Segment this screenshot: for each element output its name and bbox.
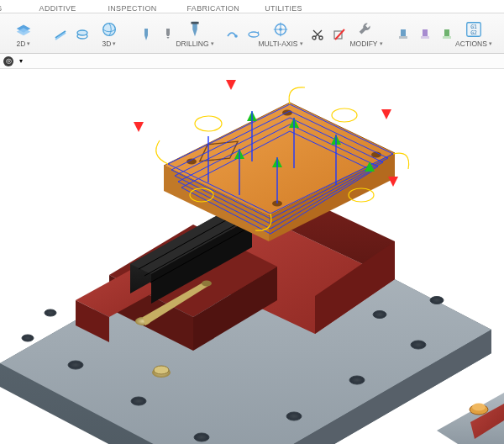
svg-point-43 [430,297,444,304]
tab-additive[interactable]: ADDITIVE [36,4,80,13]
svg-rect-10 [191,22,198,24]
svg-rect-5 [144,29,148,35]
swivel-icon [225,28,239,41]
svg-point-3 [77,30,87,35]
svg-marker-6 [144,35,148,40]
pocket-icon [76,28,89,41]
multiaxis-icon [271,20,290,39]
layers-2d-icon [14,20,33,39]
svg-point-4 [103,24,116,36]
two-d-dropdown[interactable]: 2D [7,16,40,53]
svg-point-50 [154,366,169,374]
svg-rect-21 [421,36,429,39]
drill-1-button[interactable] [136,24,156,45]
tap-icon [161,28,175,41]
actions-dropdown[interactable]: G1G2 ACTIONS [457,16,491,53]
action-1-button[interactable] [393,24,413,45]
svg-rect-23 [443,36,451,39]
svg-rect-7 [166,29,170,34]
svg-point-14 [279,28,282,31]
sphere-icon [100,20,118,39]
svg-point-46 [45,309,56,316]
svg-rect-22 [444,29,449,36]
svg-marker-93 [381,109,391,119]
gcode-icon: G1G2 [465,20,483,39]
drill-2-button[interactable] [158,24,178,45]
action-3-button[interactable] [437,24,457,45]
tab-inspection[interactable]: INSPECTION [105,4,160,13]
svg-rect-20 [423,29,428,36]
ribbon-tabs: …G ADDITIVE INSPECTION FABRICATION UTILI… [0,0,504,13]
drilling-dropdown[interactable]: DRILLING [178,16,212,53]
modify-label: MODIFY [349,40,382,48]
target-chip-button[interactable]: ◎ [3,56,13,66]
svg-point-35 [68,361,83,369]
svg-point-104 [472,404,486,411]
parallel-icon [54,28,67,41]
three-d-dropdown[interactable]: 3D [92,16,126,53]
svg-point-42 [373,311,386,319]
svg-point-61 [202,281,212,287]
svg-point-11 [234,34,238,38]
secondary-toolbar: ◎ ▾ [0,54,504,69]
strategy-2-button[interactable] [72,24,92,45]
multi-axis-dropdown[interactable]: MULTI-AXIS [264,16,297,53]
svg-point-40 [349,376,365,384]
svg-rect-19 [399,36,407,39]
tab-truncated[interactable]: …G [0,4,6,13]
action-2-button[interactable] [415,24,435,45]
drilling-label: DRILLING [176,40,213,48]
delete-slash-icon [333,28,346,41]
tab-utilities[interactable]: UTILITIES [261,4,306,13]
svg-point-41 [411,341,426,349]
mill-b-icon [418,28,432,41]
wrench-icon [357,20,375,39]
actions-label: ACTIONS [455,40,492,48]
drill-icon [139,28,153,41]
mill-c-icon [440,28,454,41]
strategy-1-button[interactable] [50,24,71,45]
modify-dropdown[interactable]: MODIFY [349,16,383,53]
modify-del-button[interactable] [329,24,349,45]
mill-a-icon [396,28,410,41]
svg-marker-92 [226,80,236,90]
drilling-main-icon [186,20,204,39]
manage-1-button[interactable] [501,24,504,45]
svg-point-39 [286,412,302,420]
cam-viewport[interactable] [0,69,504,444]
svg-marker-94 [388,177,398,187]
svg-point-37 [194,433,209,441]
scissors-icon [311,28,324,41]
svg-marker-9 [192,29,197,36]
svg-point-81 [195,116,222,131]
ribbon-toolbar: 2D 3D DRILLING MULTI-AXIS [0,13,504,54]
multiaxis-1-button[interactable] [222,24,242,45]
svg-marker-91 [134,122,144,132]
svg-text:G2: G2 [470,29,477,36]
three-d-label: 3D [102,40,117,48]
svg-point-36 [131,397,146,405]
tab-fabrication[interactable]: FABRICATION [184,4,244,13]
modify-cut-button[interactable] [307,24,328,45]
strip-dropdown[interactable]: ▾ [17,56,25,66]
secondary-fixture [437,393,504,444]
two-d-label: 2D [17,40,31,48]
svg-rect-18 [401,29,406,36]
cam-scene-svg [0,69,504,444]
svg-point-82 [332,108,357,122]
svg-point-45 [22,335,34,341]
multi-axis-label: MULTI-AXIS [258,40,302,48]
front-bolt [152,366,171,378]
